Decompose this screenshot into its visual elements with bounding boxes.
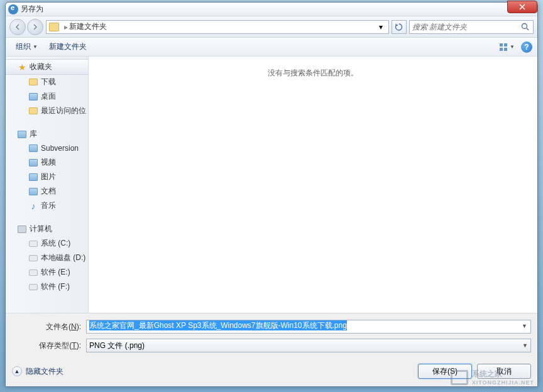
- address-dropdown[interactable]: ▾: [376, 23, 386, 31]
- sidebar[interactable]: ★收藏夹 下载 桌面 最近访问的位 库 Subversion 视频 图片 文档 …: [6, 57, 89, 313]
- chevron-up-icon: ▲: [12, 366, 22, 376]
- chevron-down-icon: ▼: [522, 342, 528, 349]
- filetype-value: PNG 文件 (.png): [89, 340, 145, 351]
- help-button[interactable]: ?: [521, 41, 532, 53]
- save-as-dialog: 另存为 ▸ 新建文件夹 ▾ 组织▼ 新建文件夹 ▼ ? ★收: [5, 2, 538, 387]
- toolbar: 组织▼ 新建文件夹 ▼ ?: [6, 38, 537, 57]
- sidebar-item-recent[interactable]: 最近访问的位: [6, 104, 88, 118]
- bottom-panel: 文件名(N): 系统之家官网_最新Ghost XP Sp3系统_Windows7…: [6, 313, 537, 386]
- close-icon: [519, 4, 525, 10]
- titlebar[interactable]: 另存为: [6, 3, 537, 16]
- recent-icon: [29, 107, 38, 114]
- sidebar-item-documents[interactable]: 文档: [6, 184, 88, 199]
- filename-dropdown[interactable]: ▼: [522, 323, 527, 329]
- view-icon: [499, 43, 508, 52]
- svg-rect-2: [504, 43, 507, 46]
- document-icon: [29, 188, 38, 195]
- hide-folders-button[interactable]: ▲ 隐藏文件夹: [12, 366, 63, 377]
- sidebar-item-downloads[interactable]: 下载: [6, 75, 88, 89]
- organize-button[interactable]: 组织▼: [11, 40, 43, 54]
- address-bar[interactable]: ▸ 新建文件夹 ▾: [46, 20, 389, 34]
- filetype-label: 保存类型(T):: [12, 340, 86, 351]
- filename-value: 系统之家官网_最新Ghost XP Sp3系统_Windows7旗舰版-Win1…: [89, 320, 347, 330]
- hide-folders-label: 隐藏文件夹: [26, 366, 63, 377]
- filename-input[interactable]: 系统之家官网_最新Ghost XP Sp3系统_Windows7旗舰版-Win1…: [86, 320, 531, 334]
- refresh-button[interactable]: [392, 20, 407, 34]
- folder-icon: [49, 23, 59, 31]
- filename-label: 文件名(N):: [12, 322, 86, 332]
- chevron-down-icon: ▼: [510, 44, 515, 50]
- drive-icon: [29, 241, 38, 247]
- breadcrumb-sep: ▸: [64, 23, 68, 31]
- save-button[interactable]: 保存(S): [418, 364, 472, 379]
- library-icon: [18, 131, 26, 138]
- address-path: 新建文件夹: [69, 21, 376, 32]
- view-button[interactable]: ▼: [494, 41, 520, 53]
- sidebar-item-drive-c[interactable]: 系统 (C:): [6, 236, 88, 251]
- cancel-button[interactable]: 取消: [477, 364, 531, 379]
- file-list[interactable]: 没有与搜索条件匹配的项。: [89, 57, 537, 313]
- sidebar-item-videos[interactable]: 视频: [6, 155, 88, 170]
- computer-icon: [18, 226, 26, 233]
- star-icon: ★: [17, 62, 27, 72]
- drive-icon: [29, 284, 38, 290]
- svg-rect-1: [500, 43, 503, 46]
- video-icon: [29, 159, 38, 166]
- search-input[interactable]: [412, 23, 520, 31]
- filetype-select[interactable]: PNG 文件 (.png) ▼: [86, 339, 531, 352]
- sidebar-libraries[interactable]: 库: [6, 127, 88, 141]
- empty-message: 没有与搜索条件匹配的项。: [268, 68, 358, 313]
- nav-bar: ▸ 新建文件夹 ▾: [6, 16, 537, 38]
- svg-rect-3: [500, 48, 503, 51]
- music-icon: ♪: [28, 201, 38, 211]
- arrow-right-icon: [31, 23, 39, 31]
- search-bar[interactable]: [409, 20, 534, 34]
- new-folder-button[interactable]: 新建文件夹: [44, 40, 92, 54]
- sidebar-item-drive-f[interactable]: 软件 (F:): [6, 280, 88, 294]
- favorites-label: 收藏夹: [30, 62, 52, 72]
- back-button[interactable]: [9, 19, 26, 35]
- organize-label: 组织: [16, 41, 31, 52]
- sidebar-item-subversion[interactable]: Subversion: [6, 141, 88, 155]
- drive-icon: [29, 255, 38, 261]
- chevron-down-icon: ▼: [33, 44, 38, 50]
- sidebar-favorites[interactable]: ★收藏夹: [6, 59, 88, 75]
- svg-rect-4: [504, 48, 507, 51]
- sidebar-item-pictures[interactable]: 图片: [6, 170, 88, 184]
- sidebar-item-music[interactable]: ♪音乐: [6, 199, 88, 213]
- sidebar-item-drive-e[interactable]: 软件 (E:): [6, 265, 88, 280]
- app-icon: [8, 4, 18, 14]
- nav-arrows: [9, 19, 43, 35]
- folder-icon: [29, 79, 38, 85]
- arrow-left-icon: [14, 23, 21, 31]
- window-title: 另存为: [21, 4, 43, 14]
- folder-icon: [29, 144, 38, 152]
- forward-button[interactable]: [27, 19, 43, 35]
- main-area: ★收藏夹 下载 桌面 最近访问的位 库 Subversion 视频 图片 文档 …: [6, 57, 537, 313]
- sidebar-item-desktop[interactable]: 桌面: [6, 89, 88, 104]
- sidebar-computer[interactable]: 计算机: [6, 222, 88, 236]
- refresh-icon: [395, 23, 403, 31]
- svg-point-0: [522, 23, 527, 28]
- sidebar-item-drive-d[interactable]: 本地磁盘 (D:): [6, 251, 88, 265]
- drive-icon: [29, 270, 38, 276]
- search-icon[interactable]: [520, 22, 530, 32]
- picture-icon: [29, 173, 38, 181]
- desktop-icon: [29, 93, 38, 101]
- close-button[interactable]: [507, 1, 537, 13]
